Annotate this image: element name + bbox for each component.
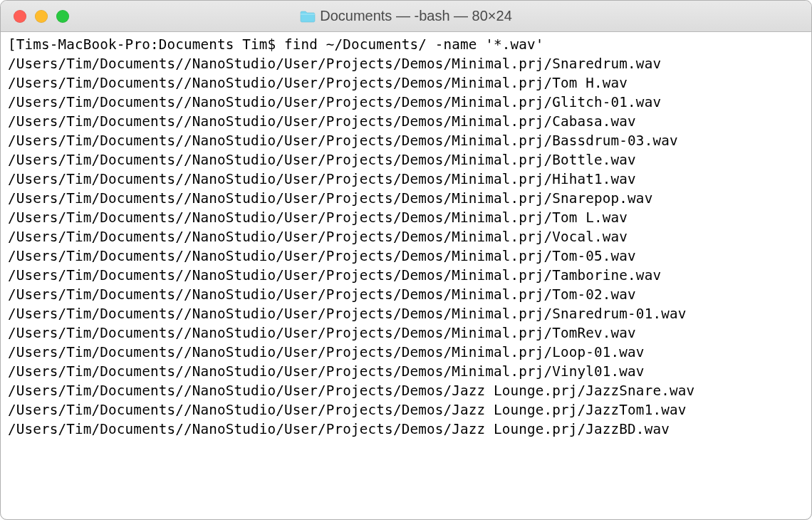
output-line: /Users/Tim/Documents//NanoStudio/User/Pr… (8, 402, 686, 418)
terminal-body[interactable]: [Tims-MacBook-Pro:Documents Tim$ find ~/… (1, 32, 811, 520)
output-line: /Users/Tim/Documents//NanoStudio/User/Pr… (8, 190, 652, 207)
output-line: /Users/Tim/Documents//NanoStudio/User/Pr… (8, 383, 694, 399)
output-line: /Users/Tim/Documents//NanoStudio/User/Pr… (8, 152, 636, 168)
output-line: /Users/Tim/Documents//NanoStudio/User/Pr… (8, 75, 628, 91)
output-line: /Users/Tim/Documents//NanoStudio/User/Pr… (8, 56, 661, 72)
window-title: Documents — -bash — 80×24 (320, 8, 512, 24)
shell-command: find ~/Documents/ -name '*.wav' (284, 36, 544, 53)
output-line: /Users/Tim/Documents//NanoStudio/User/Pr… (8, 94, 661, 110)
prompt-open-bracket: [ (8, 36, 16, 53)
output-line: /Users/Tim/Documents//NanoStudio/User/Pr… (8, 306, 686, 322)
output-line: /Users/Tim/Documents//NanoStudio/User/Pr… (8, 363, 645, 380)
output-line: /Users/Tim/Documents//NanoStudio/User/Pr… (8, 113, 636, 130)
titlebar[interactable]: Documents — -bash — 80×24 (1, 1, 811, 32)
output-line: /Users/Tim/Documents//NanoStudio/User/Pr… (8, 248, 636, 264)
traffic-lights (1, 10, 69, 23)
minimize-button[interactable] (35, 10, 48, 23)
output-line: /Users/Tim/Documents//NanoStudio/User/Pr… (8, 229, 628, 245)
terminal-window: Documents — -bash — 80×24 [Tims-MacBook-… (0, 0, 812, 520)
output-line: /Users/Tim/Documents//NanoStudio/User/Pr… (8, 132, 678, 149)
output-line: /Users/Tim/Documents//NanoStudio/User/Pr… (8, 209, 628, 226)
shell-prompt: Tims-MacBook-Pro:Documents Tim$ (16, 36, 284, 53)
output-line: /Users/Tim/Documents//NanoStudio/User/Pr… (8, 344, 645, 360)
title-wrap: Documents — -bash — 80×24 (1, 8, 811, 24)
maximize-button[interactable] (56, 10, 69, 23)
close-button[interactable] (14, 10, 26, 23)
output-line: /Users/Tim/Documents//NanoStudio/User/Pr… (8, 325, 636, 341)
output-line: /Users/Tim/Documents//NanoStudio/User/Pr… (8, 171, 636, 187)
output-line: /Users/Tim/Documents//NanoStudio/User/Pr… (8, 267, 661, 284)
output-line: /Users/Tim/Documents//NanoStudio/User/Pr… (8, 421, 670, 437)
folder-icon (300, 10, 316, 23)
output-line: /Users/Tim/Documents//NanoStudio/User/Pr… (8, 286, 636, 303)
